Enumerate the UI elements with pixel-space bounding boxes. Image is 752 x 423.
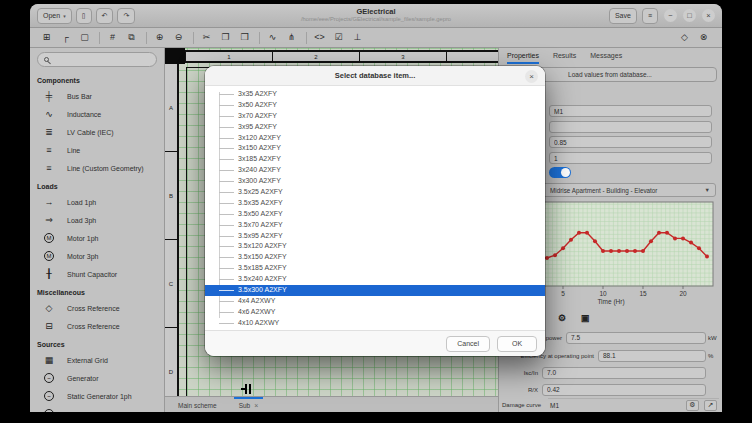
database-item[interactable]: 4x10 A2XWY xyxy=(205,318,545,329)
text-field[interactable] xyxy=(549,121,712,133)
database-item[interactable]: 3x95 A2XFY xyxy=(205,122,545,133)
sidebar-item[interactable]: MMotor 3ph xyxy=(30,247,164,265)
damage-curve-settings-button[interactable]: ⚙ xyxy=(686,400,699,411)
database-item[interactable]: 3.5x300 A2XFY xyxy=(205,285,545,296)
sidebar-item[interactable]: ≣LV Cable (IEC) xyxy=(30,123,164,141)
database-item[interactable]: 3x150 A2XFY xyxy=(205,143,545,154)
insert-component-button[interactable]: ⊞ xyxy=(38,30,55,45)
load-profile-dropdown-value: Midrise Apartment - Building - Elevator xyxy=(550,187,657,194)
zoom-in-button[interactable]: ⊕ xyxy=(151,30,168,45)
network-analysis-button[interactable]: ⋔ xyxy=(283,30,300,45)
database-item[interactable]: 3.5x50 A2XFY xyxy=(205,209,545,220)
zoom-out-button[interactable]: ⊖ xyxy=(170,30,187,45)
property-input[interactable] xyxy=(566,332,706,344)
database-item[interactable]: 3x300 A2XFY xyxy=(205,176,545,187)
dialog-close-button[interactable]: × xyxy=(525,70,538,83)
sidebar-item[interactable]: ~Generator xyxy=(30,369,164,387)
sidebar-item[interactable]: ◇Cross Reference xyxy=(30,299,164,317)
sidebar-item[interactable]: ⇒Load 3ph xyxy=(30,211,164,229)
power-factor-field[interactable] xyxy=(549,136,712,148)
search-input[interactable] xyxy=(53,56,150,63)
select-area-button[interactable]: ▢ xyxy=(76,30,93,45)
units-field[interactable] xyxy=(549,152,712,164)
code-icon: <> xyxy=(314,33,325,42)
scheme-tab-sub[interactable]: Sub× xyxy=(234,397,264,412)
sidebar-section-title: Sources xyxy=(30,335,164,351)
new-file-button[interactable]: ▯ xyxy=(76,8,92,24)
schematic-element[interactable] xyxy=(241,384,253,394)
save-button[interactable]: Save xyxy=(609,8,637,24)
sidebar-item[interactable]: ≡Line (Custom Geometry) xyxy=(30,159,164,177)
database-item[interactable]: 4x6 A2XWY xyxy=(205,307,545,318)
tab-results[interactable]: Results xyxy=(553,48,576,64)
search-box[interactable] xyxy=(37,52,157,67)
database-item[interactable]: 3x50 A2XFY xyxy=(205,100,545,111)
property-input[interactable] xyxy=(542,367,706,379)
clear-button[interactable]: ⊗ xyxy=(695,30,712,45)
database-item[interactable]: 3.5x150 A2XFY xyxy=(205,252,545,263)
minimize-button[interactable]: − xyxy=(664,9,677,22)
link-element-button[interactable]: ⧉ xyxy=(123,30,140,45)
ok-button[interactable]: OK xyxy=(497,336,537,352)
maximize-button[interactable]: □ xyxy=(683,9,696,22)
database-dialog: Select database item... × 3x35 A2XFY3x50… xyxy=(205,66,545,356)
menu-button[interactable]: ≡ xyxy=(642,8,658,24)
close-button[interactable]: × xyxy=(702,9,715,22)
cancel-button[interactable]: Cancel xyxy=(446,336,490,352)
database-item[interactable]: 3x35 A2XFY xyxy=(205,89,545,100)
sidebar-item[interactable]: ≡Line xyxy=(30,141,164,159)
sidebar-item-label: Inductance xyxy=(67,111,101,118)
redo-button[interactable]: ↷ xyxy=(117,8,135,24)
report-button[interactable]: ☑ xyxy=(330,30,347,45)
database-item[interactable]: 3.5x70 A2XFY xyxy=(205,220,545,231)
plot-button[interactable]: ∿ xyxy=(264,30,281,45)
designation-field[interactable] xyxy=(549,105,712,117)
sidebar-item[interactable]: ~Static Generator 1ph xyxy=(30,387,164,405)
sidebar-item[interactable]: ∿Inductance xyxy=(30,105,164,123)
tab-messages[interactable]: Messages xyxy=(590,48,622,64)
database-item[interactable]: 3x120 A2XFY xyxy=(205,133,545,144)
database-item[interactable]: 3x240 A2XFY xyxy=(205,165,545,176)
search-icon xyxy=(44,57,49,62)
save-plot-button[interactable]: ▣ xyxy=(578,311,592,325)
select-area-icon: ▢ xyxy=(80,33,89,42)
paste-button[interactable]: ❒ xyxy=(236,30,253,45)
code-button[interactable]: <> xyxy=(311,30,328,45)
property-unit: % xyxy=(706,353,719,359)
database-item[interactable]: 3.5x120 A2XFY xyxy=(205,241,545,252)
copy-button[interactable]: ❐ xyxy=(217,30,234,45)
database-item[interactable]: 3x185 A2XFY xyxy=(205,154,545,165)
ground-button[interactable]: ⊥ xyxy=(349,30,366,45)
undo-button[interactable]: ↶ xyxy=(96,8,114,24)
property-input[interactable] xyxy=(598,350,706,362)
database-item[interactable]: 3.5x95 A2XFY xyxy=(205,231,545,242)
sidebar-item[interactable]: →Load 1ph xyxy=(30,193,164,211)
insert-reference-button[interactable]: # xyxy=(104,30,121,45)
database-item-label: 4x4 A2XWY xyxy=(238,297,275,304)
ruler-cell: B xyxy=(165,152,177,240)
database-item[interactable]: 3x70 A2XFY xyxy=(205,111,545,122)
close-tab-icon[interactable]: × xyxy=(254,402,258,409)
cut-button[interactable]: ✂ xyxy=(198,30,215,45)
scheme-tab-main-scheme[interactable]: Main scheme xyxy=(173,397,222,412)
database-item[interactable]: 3.5x240 A2XFY xyxy=(205,274,545,285)
sidebar-item[interactable]: ╪Bus Bar xyxy=(30,87,164,105)
damage-curve-expand-button[interactable]: ↗ xyxy=(704,400,717,411)
database-item[interactable]: 3.5x35 A2XFY xyxy=(205,198,545,209)
draw-wire-icon: ┌ xyxy=(62,33,68,42)
open-button[interactable]: Open ▾ xyxy=(37,8,72,24)
adjust-button[interactable]: ⚙ xyxy=(555,311,569,325)
database-item[interactable]: 3.5x185 A2XFY xyxy=(205,263,545,274)
sidebar-item[interactable]: ~Static Generator 3ph xyxy=(30,405,164,412)
draw-wire-button[interactable]: ┌ xyxy=(57,30,74,45)
sidebar-item[interactable]: ╂Shunt Capacitor xyxy=(30,265,164,283)
sidebar-item[interactable]: MMotor 1ph xyxy=(30,229,164,247)
database-item[interactable]: 3.5x25 A2XFY xyxy=(205,187,545,198)
database-item[interactable]: 4x4 A2XWY xyxy=(205,296,545,307)
tab-properties[interactable]: Properties xyxy=(507,48,539,64)
erase-button[interactable]: ◇ xyxy=(676,30,693,45)
toggle-switch[interactable] xyxy=(549,167,571,178)
sidebar-item[interactable]: ▦External Grid xyxy=(30,351,164,369)
sidebar-item[interactable]: ⊟Cross Reference xyxy=(30,317,164,335)
property-input[interactable] xyxy=(542,384,706,396)
